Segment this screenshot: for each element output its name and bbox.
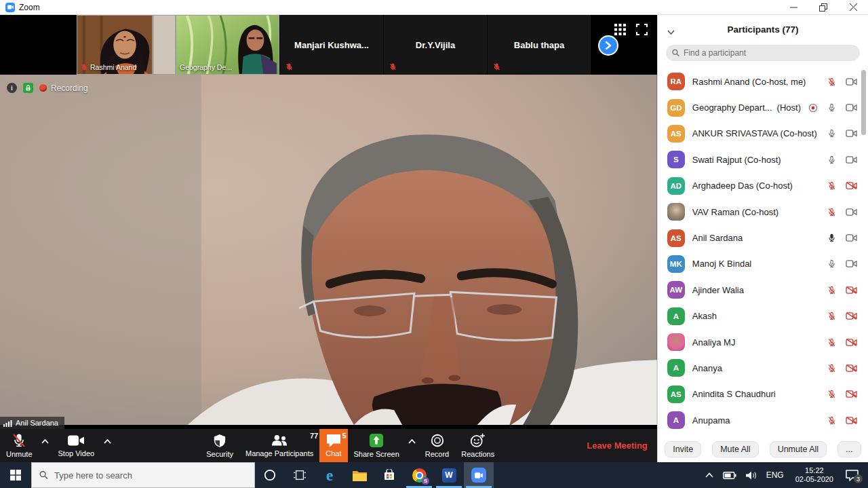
participant-search[interactable] — [666, 45, 860, 61]
participant-name: Anindita S Chaudhuri — [692, 389, 818, 399]
participant-row[interactable]: AW Ajinder Walia — [658, 277, 868, 303]
leave-meeting-button[interactable]: Leave Meeting — [587, 440, 648, 451]
taskbar-search[interactable] — [31, 462, 255, 488]
minimize-button[interactable] — [778, 0, 808, 15]
window-title: Zoom — [19, 3, 778, 12]
unmute-all-button[interactable]: Unmute All — [770, 441, 827, 457]
participant-row[interactable]: A Anupama — [658, 407, 868, 433]
invite-button[interactable]: Invite — [665, 441, 701, 457]
participant-row[interactable]: A Ananya — [658, 355, 868, 381]
participant-name: Analiya MJ — [692, 337, 818, 348]
video-tile-geography[interactable]: Geography De... — [176, 15, 279, 75]
panel-collapse-chevron-icon[interactable] — [667, 25, 675, 37]
word-icon[interactable]: W — [434, 462, 464, 488]
active-speaker-video: i E Recording Anil Sardana — [0, 75, 657, 429]
mic-status-icon — [825, 233, 837, 243]
participant-row[interactable]: AS Anindita S Chaudhuri — [658, 381, 868, 407]
mic-status-icon — [825, 337, 837, 348]
camera-status-icon — [845, 390, 857, 398]
edge-browser-icon[interactable]: e — [315, 462, 344, 488]
action-center-icon[interactable]: 3 — [840, 462, 868, 488]
participant-avatar: AS — [667, 229, 685, 247]
fullscreen-icon[interactable] — [636, 24, 648, 38]
mic-status-icon — [825, 155, 837, 165]
share-screen-icon — [369, 433, 384, 448]
participant-row[interactable]: GD Geography Depart... (Host) — [658, 94, 868, 120]
filmstrip-controls — [591, 15, 657, 75]
participant-row[interactable]: AS Anil Sardana — [658, 225, 868, 250]
language-indicator[interactable]: ENG — [762, 462, 789, 488]
participant-name-tile[interactable]: Manjari Kushwa... — [279, 15, 383, 75]
participant-row[interactable]: S Swati Rajput (Co-host) — [658, 147, 868, 172]
camera-status-icon — [845, 286, 857, 295]
chat-unread-badge: 5 — [342, 432, 346, 440]
mic-status-icon — [825, 415, 837, 426]
participant-name: Rashmi Anand (Co-host, me) — [692, 77, 818, 87]
zoom-taskbar-icon[interactable] — [464, 462, 494, 488]
mic-status-icon — [825, 285, 837, 295]
stop-video-button[interactable]: Stop Video — [52, 429, 101, 462]
search-icon — [39, 470, 48, 480]
mic-status-icon — [825, 389, 837, 399]
name-tiles-container: Manjari Kushwa... Dr.Y.Vijila Bablu thap… — [279, 15, 591, 75]
unmute-button[interactable]: Unmute — [0, 429, 39, 462]
muted-mic-icon — [493, 62, 500, 71]
close-button[interactable] — [838, 0, 868, 15]
manage-participants-button[interactable]: 77 Manage Participants — [239, 429, 319, 462]
share-screen-button[interactable]: Share Screen — [348, 429, 406, 462]
participant-name-tile[interactable]: Dr.Y.Vijila — [383, 15, 487, 75]
speaker-icon[interactable] — [741, 462, 762, 488]
gallery-view-icon[interactable] — [614, 24, 626, 38]
participant-row[interactable]: AD Arghadeep Das (Co-host) — [658, 173, 868, 199]
meeting-info-icon[interactable]: i — [7, 83, 17, 93]
taskbar-clock[interactable]: 15:22 02-05-2020 — [789, 466, 840, 484]
participant-name: Swati Rajput (Co-host) — [692, 155, 818, 165]
taskbar-search-input[interactable] — [54, 470, 247, 481]
encryption-shield-icon[interactable]: E — [23, 83, 33, 93]
participant-row[interactable]: AS ANKUR SRIVASTAVA (Co-host) — [658, 121, 868, 147]
participant-avatar: AS — [667, 125, 685, 143]
participant-name: Anupama — [692, 415, 818, 426]
speaker-video-feed — [0, 75, 657, 425]
participant-row[interactable]: Analiya MJ — [658, 329, 868, 355]
participant-row[interactable]: MK Manoj K Bindal — [658, 251, 868, 277]
security-button[interactable]: Security — [200, 429, 239, 462]
participant-name: VAV Raman (Co-host) — [692, 207, 818, 217]
tray-chevron-up-icon[interactable] — [701, 462, 718, 488]
more-options-button[interactable]: ... — [837, 441, 861, 457]
camera-status-icon — [845, 77, 857, 86]
meeting-status-indicators: i E Recording — [7, 83, 88, 93]
participant-row[interactable]: A Akash — [658, 303, 868, 329]
cortana-icon[interactable] — [255, 462, 285, 488]
record-button[interactable]: Record — [419, 429, 455, 462]
maximize-button[interactable] — [808, 0, 838, 15]
muted-mic-icon — [389, 62, 397, 71]
start-button[interactable] — [0, 462, 31, 488]
participant-row[interactable]: RA Rashmi Anand (Co-host, me) — [658, 69, 868, 94]
next-participants-arrow[interactable] — [598, 35, 618, 56]
participant-row[interactable]: VAV Raman (Co-host) — [658, 199, 868, 225]
video-tile-rashmi[interactable]: Rashmi Anand — [77, 15, 176, 75]
microsoft-store-icon[interactable] — [374, 462, 404, 488]
participant-avatar: AW — [667, 281, 685, 299]
camera-status-icon — [845, 208, 857, 217]
mute-all-button[interactable]: Mute All — [712, 441, 758, 457]
participants-scrollbar[interactable] — [861, 70, 866, 135]
participant-search-input[interactable] — [684, 48, 854, 58]
task-view-icon[interactable] — [285, 462, 315, 488]
participant-name: ANKUR SRIVASTAVA (Co-host) — [692, 128, 818, 138]
participants-icon — [271, 434, 288, 447]
participant-avatar: A — [667, 307, 685, 325]
camera-status-icon — [845, 129, 857, 138]
participant-avatar: AS — [667, 386, 685, 403]
mic-status-icon — [825, 363, 837, 373]
clock-date: 02-05-2020 — [795, 475, 833, 484]
participant-avatar: AD — [667, 177, 685, 195]
participant-name-tile[interactable]: Bablu thapa — [487, 15, 591, 75]
chat-button[interactable]: 5 Chat — [319, 429, 347, 462]
file-explorer-icon[interactable] — [344, 462, 374, 488]
camera-status-icon — [845, 364, 857, 373]
chrome-icon[interactable]: S — [404, 462, 434, 488]
reactions-button[interactable]: Reactions — [455, 429, 500, 462]
recording-dot-icon — [39, 84, 47, 92]
